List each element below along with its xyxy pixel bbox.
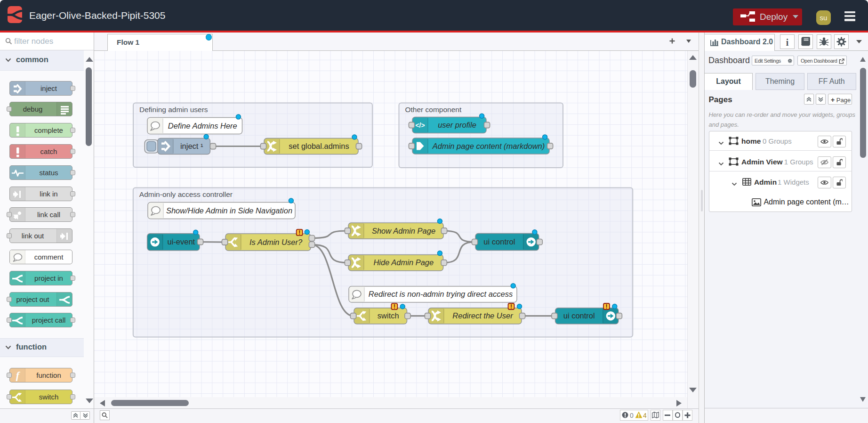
svg-text:Show/Hide Admin in Side Naviga: Show/Hide Admin in Side Navigation bbox=[166, 206, 292, 215]
svg-text:inject ¹: inject ¹ bbox=[180, 142, 203, 150]
svg-text:!: ! bbox=[394, 303, 395, 310]
svg-text:f: f bbox=[16, 369, 20, 381]
svg-text:Other component: Other component bbox=[405, 106, 462, 114]
svg-text:ui control: ui control bbox=[483, 237, 515, 246]
svg-text:Is Admin User?: Is Admin User? bbox=[249, 238, 303, 246]
svg-text:Defining admin users: Defining admin users bbox=[139, 106, 208, 114]
svg-text:Redirect is non-admin trying d: Redirect is non-admin trying direct acce… bbox=[369, 290, 513, 298]
svg-text:Redirect the User: Redirect the User bbox=[452, 311, 514, 320]
svg-text:Show Admin Page: Show Admin Page bbox=[372, 227, 435, 235]
svg-text:Admin page content (markdown): Admin page content (markdown) bbox=[432, 142, 545, 150]
svg-text:!: ! bbox=[298, 229, 300, 236]
svg-text:i: i bbox=[786, 37, 789, 48]
svg-text:switch: switch bbox=[378, 311, 399, 320]
svg-text:!: ! bbox=[510, 303, 512, 310]
svg-text:set global.admins: set global.admins bbox=[289, 142, 349, 150]
svg-text:ui-event: ui-event bbox=[167, 237, 195, 246]
svg-text:Hide Admin Page: Hide Admin Page bbox=[373, 258, 434, 267]
svg-text:!: ! bbox=[606, 303, 608, 310]
svg-text:Define Admins Here: Define Admins Here bbox=[168, 122, 237, 130]
svg-text:user profile: user profile bbox=[438, 121, 476, 129]
svg-text:</>: </> bbox=[415, 122, 425, 129]
svg-text:Admin-only access controller: Admin-only access controller bbox=[139, 190, 233, 198]
svg-text:ui control: ui control bbox=[563, 311, 595, 320]
